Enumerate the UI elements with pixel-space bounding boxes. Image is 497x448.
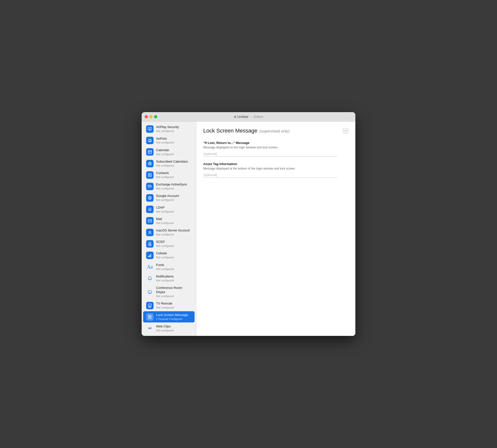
notifications-name: Notifications (156, 274, 174, 279)
form-section: "If Lost, Return to..." Message Message … (203, 141, 337, 183)
sidebar-item-mail[interactable]: Mail Not configured (143, 215, 195, 226)
sidebar-item-airplay-security[interactable]: AirPlay Security Not configured (143, 123, 195, 134)
exchange-icon (146, 183, 154, 190)
ldap-icon: @ (146, 206, 154, 213)
macos-server-name: macOS Server Account (156, 228, 190, 233)
google-name: Google Account (156, 194, 179, 198)
svg-point-48 (150, 317, 150, 317)
google-text: Google Account Not configured (156, 194, 179, 202)
content-header: Lock Screen Message (supervised only) − (203, 128, 348, 134)
contacts-text: Contacts Not configured (156, 171, 174, 179)
sidebar-item-calendar[interactable]: Calendar Not configured (143, 146, 195, 158)
title-dot (234, 116, 236, 118)
calendar-icon (146, 148, 154, 156)
title-separator: — (249, 115, 253, 119)
cellular-text: Cellular Not configured (156, 251, 174, 259)
svg-rect-37 (148, 291, 152, 293)
exchange-text: Exchange ActiveSync Not configured (156, 182, 187, 190)
lost-return-input[interactable] (203, 151, 337, 157)
subscribed-calendars-status: Not configured (156, 164, 188, 167)
cellular-name: Cellular (156, 251, 174, 256)
lost-return-field: "If Lost, Return to..." Message Message … (203, 141, 337, 157)
fonts-name: Fonts (156, 263, 174, 267)
svg-rect-11 (150, 152, 150, 152)
mail-icon (146, 217, 154, 224)
svg-rect-27 (148, 220, 152, 222)
title-text: Untitled (237, 115, 248, 119)
lock-screen-message-icon (146, 313, 154, 321)
airprint-status: Not configured (156, 141, 174, 144)
tv-remote-icon: tv (146, 302, 154, 309)
asset-tag-input[interactable] (203, 172, 337, 178)
svg-rect-14 (150, 153, 150, 153)
window-body: AirPlay Security Not configured AirPrint… (142, 122, 355, 336)
svg-rect-20 (148, 185, 151, 187)
page-title: Lock Screen Message (supervised only) (203, 128, 290, 134)
main-content: Lock Screen Message (supervised only) − … (196, 122, 355, 336)
conference-name: Conference Room Displa (156, 286, 192, 294)
asset-tag-description: Message displayed at the bottom of the l… (203, 167, 337, 171)
google-status: Not configured (156, 198, 179, 202)
conference-text: Conference Room Displa Not configured (156, 286, 192, 298)
titlebar: Untitled — Edited (142, 112, 355, 122)
lock-screen-message-name: Lock Screen Message (156, 313, 188, 317)
sidebar-item-contacts[interactable]: Contacts Not configured (143, 169, 195, 180)
minimize-button[interactable] (149, 115, 153, 118)
page-title-text: Lock Screen Message (203, 128, 257, 134)
svg-rect-10 (149, 152, 149, 152)
scep-text: SCEP Not configured (156, 240, 174, 248)
sidebar-item-google[interactable]: Google Account Not configured (143, 192, 195, 203)
svg-rect-35 (150, 254, 151, 257)
svg-point-17 (150, 163, 150, 164)
sidebar-item-exchange[interactable]: Exchange ActiveSync Not configured (143, 181, 195, 192)
asset-tag-label: Asset Tag Information (203, 162, 337, 166)
web-clips-name: Web Clips (156, 324, 174, 329)
sidebar-item-notifications[interactable]: Notifications Not configured (143, 273, 195, 284)
close-button[interactable] (145, 115, 148, 118)
subscribed-calendars-icon (146, 160, 154, 167)
lost-return-description: Message displayed on the login window an… (203, 145, 337, 150)
sidebar-item-scep[interactable]: SCEP Not configured (143, 238, 195, 249)
sidebar-item-lock-screen-message[interactable]: Lock Screen Message 1 Payload Configured (143, 311, 195, 322)
calendar-name: Calendar (156, 148, 174, 152)
svg-rect-43 (149, 306, 151, 308)
sidebar-item-cellular[interactable]: Cellular Not configured (143, 250, 195, 261)
sidebar-item-fonts[interactable]: Aa Fonts Not configured (143, 261, 195, 272)
tv-remote-status: Not configured (156, 306, 174, 309)
ldap-text: LDAP Not configured (156, 206, 174, 213)
svg-point-29 (150, 231, 150, 232)
web-clips-status: Not configured (156, 329, 174, 332)
notifications-status: Not configured (156, 279, 174, 282)
svg-point-19 (149, 174, 151, 175)
svg-point-53 (150, 328, 150, 329)
sidebar-item-macos-server[interactable]: macOS Server Account Not configured (143, 227, 195, 238)
svg-rect-33 (148, 256, 149, 257)
sidebar-item-conference[interactable]: Conference Room Displa Not configured (143, 284, 195, 300)
conference-icon (146, 288, 154, 296)
svg-rect-34 (149, 255, 150, 257)
sidebar-item-tv-remote[interactable]: tv TV Remote Not configured (143, 300, 195, 311)
sidebar-item-web-clips[interactable]: Web Clips Not configured (143, 323, 195, 334)
sidebar-item-subscribed-calendars[interactable]: Subscribed Calendars Not configured (143, 158, 195, 169)
tv-remote-name: TV Remote (156, 302, 174, 306)
contacts-name: Contacts (156, 171, 174, 175)
svg-rect-4 (149, 141, 151, 142)
svg-rect-36 (151, 254, 152, 257)
lost-return-label: "If Lost, Return to..." Message (203, 141, 337, 145)
scep-name: SCEP (156, 240, 174, 244)
notifications-text: Notifications Not configured (156, 274, 174, 282)
cellular-icon (146, 252, 154, 259)
maximize-button[interactable] (154, 115, 157, 118)
lock-screen-message-text: Lock Screen Message 1 Payload Configured (156, 313, 188, 321)
airplay-security-name: AirPlay Security (156, 125, 179, 129)
cellular-status: Not configured (156, 256, 174, 259)
remove-payload-button[interactable]: − (343, 128, 348, 134)
airprint-name: AirPrint (156, 137, 174, 141)
calendar-status: Not configured (156, 152, 174, 156)
svg-point-5 (151, 140, 151, 141)
sidebar-item-ldap[interactable]: @ LDAP Not configured (143, 204, 195, 215)
sidebar-item-airprint[interactable]: AirPrint Not configured (143, 135, 195, 146)
svg-rect-12 (151, 152, 151, 152)
ldap-name: LDAP (156, 206, 174, 210)
airprint-text: AirPrint Not configured (156, 137, 174, 144)
